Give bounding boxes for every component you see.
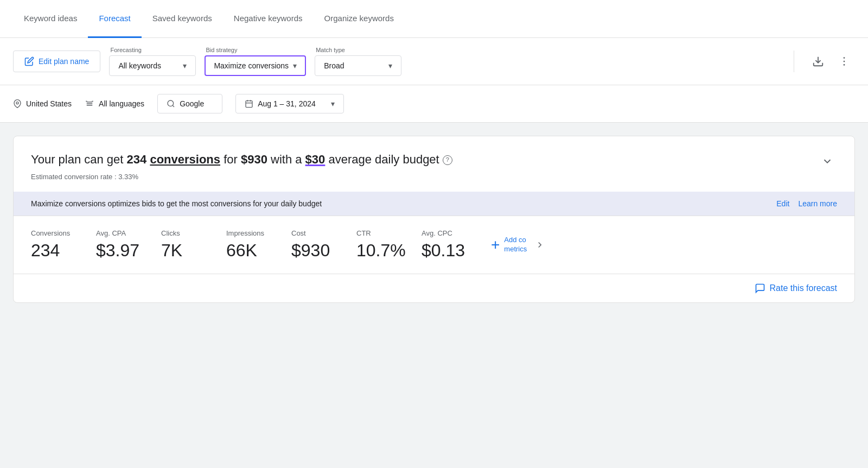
conversions-label: conversions bbox=[150, 153, 220, 166]
metric-avg-cpa: Avg. CPA $3.97 bbox=[96, 229, 161, 261]
add-metrics-label-1: Add co bbox=[504, 236, 527, 245]
toolbar-separator bbox=[794, 50, 794, 72]
date-range-dropdown[interactable]: Aug 1 – 31, 2024 ▾ bbox=[235, 94, 344, 113]
metric-ctr-value: 10.7% bbox=[356, 241, 409, 261]
chevron-down-icon bbox=[821, 155, 833, 167]
download-button[interactable] bbox=[807, 50, 829, 72]
collapse-button[interactable] bbox=[818, 151, 837, 171]
learn-more-button[interactable]: Learn more bbox=[798, 199, 837, 208]
edit-plan-button[interactable]: Edit plan name bbox=[13, 50, 100, 72]
download-icon bbox=[812, 55, 824, 67]
bid-strategy-value: Maximize conversions bbox=[214, 61, 289, 70]
info-banner-text: Maximize conversions optimizes bids to g… bbox=[31, 199, 772, 208]
forecast-summary-text: Your plan can get 234 conversions for $9… bbox=[31, 151, 818, 181]
info-icon[interactable]: ? bbox=[443, 155, 452, 165]
tab-saved-keywords[interactable]: Saved keywords bbox=[142, 0, 223, 38]
date-range-label: Aug 1 – 31, 2024 bbox=[258, 99, 316, 108]
summary-prefix: Your plan can get bbox=[31, 153, 123, 166]
language-filter: All languages bbox=[85, 99, 144, 109]
metric-avg-cpa-label: Avg. CPA bbox=[96, 229, 148, 237]
metric-conversions: Conversions 234 bbox=[31, 229, 96, 261]
card-footer: Rate this forecast bbox=[14, 274, 854, 302]
language-label: All languages bbox=[99, 99, 144, 108]
summary-line: Your plan can get 234 conversions for $9… bbox=[31, 151, 818, 168]
tab-organize-keywords[interactable]: Organize keywords bbox=[314, 0, 405, 38]
budget-suffix: average daily budget bbox=[328, 153, 442, 166]
add-metrics-label-2: metrics bbox=[504, 245, 527, 254]
metric-cost: Cost $930 bbox=[291, 229, 356, 261]
metric-avg-cpc: Avg. CPC $0.13 bbox=[422, 229, 487, 261]
bid-strategy-dropdown-group: Bid strategy Maximize conversions ▾ bbox=[205, 47, 306, 76]
metric-avg-cpc-label: Avg. CPC bbox=[422, 229, 474, 237]
toolbar: Edit plan name Forecasting All keywords … bbox=[0, 38, 868, 85]
search-engine-dropdown[interactable]: Google bbox=[157, 94, 222, 113]
chat-icon bbox=[755, 283, 765, 294]
forecasting-dropdown[interactable]: All keywords ▾ bbox=[109, 55, 196, 76]
toolbar-icons bbox=[807, 50, 855, 72]
top-navigation: Keyword ideas Forecast Saved keywords Ne… bbox=[0, 0, 868, 38]
edit-plan-label: Edit plan name bbox=[39, 57, 89, 66]
metric-avg-cpc-value: $0.13 bbox=[422, 241, 474, 261]
language-icon bbox=[85, 99, 94, 109]
rate-forecast-label: Rate this forecast bbox=[770, 283, 838, 293]
match-type-label: Match type bbox=[315, 47, 401, 53]
svg-point-1 bbox=[844, 57, 845, 59]
forecasting-value: All keywords bbox=[118, 61, 161, 70]
location-label: United States bbox=[26, 99, 72, 108]
filters-row: United States All languages Google Aug 1… bbox=[0, 85, 868, 123]
budget-prefix: with a bbox=[271, 153, 305, 166]
daily-budget: $30 bbox=[305, 153, 326, 166]
metric-ctr: CTR 10.7% bbox=[356, 229, 422, 261]
rate-forecast-button[interactable]: Rate this forecast bbox=[755, 283, 838, 294]
more-vert-icon bbox=[838, 55, 850, 67]
metric-cost-value: $930 bbox=[291, 241, 343, 261]
metric-impressions-value: 66K bbox=[226, 241, 278, 261]
pencil-icon bbox=[24, 56, 34, 66]
chevron-down-icon: ▾ bbox=[331, 99, 335, 108]
svg-rect-10 bbox=[246, 101, 252, 107]
forecast-card: Your plan can get 234 conversions for $9… bbox=[13, 136, 855, 303]
metric-cost-label: Cost bbox=[291, 229, 343, 237]
bid-strategy-dropdown[interactable]: Maximize conversions ▾ bbox=[205, 55, 306, 76]
chevron-down-icon: ▾ bbox=[183, 61, 187, 70]
metric-conversions-label: Conversions bbox=[31, 229, 83, 237]
forecasting-dropdown-group: Forecasting All keywords ▾ bbox=[109, 47, 196, 76]
metric-ctr-label: CTR bbox=[356, 229, 409, 237]
svg-line-9 bbox=[173, 105, 174, 107]
location-icon bbox=[13, 99, 22, 108]
plus-icon: + bbox=[491, 236, 500, 254]
bid-strategy-label: Bid strategy bbox=[205, 47, 306, 53]
match-type-dropdown[interactable]: Broad ▾ bbox=[315, 55, 401, 76]
edit-button[interactable]: Edit bbox=[776, 199, 789, 208]
metric-clicks: Clicks 7K bbox=[161, 229, 226, 261]
match-type-dropdown-group: Match type Broad ▾ bbox=[315, 47, 401, 76]
metrics-row: Conversions 234 Avg. CPA $3.97 Clicks 7K… bbox=[14, 216, 854, 274]
tab-forecast[interactable]: Forecast bbox=[88, 0, 141, 38]
info-banner: Maximize conversions optimizes bids to g… bbox=[14, 192, 854, 216]
conversions-number: 234 bbox=[127, 153, 147, 166]
add-metrics-text: Add co metrics bbox=[504, 236, 527, 254]
metric-impressions: Impressions 66K bbox=[226, 229, 291, 261]
svg-point-3 bbox=[844, 64, 845, 66]
more-options-button[interactable] bbox=[833, 50, 855, 72]
tab-keyword-ideas[interactable]: Keyword ideas bbox=[13, 0, 88, 38]
calendar-icon bbox=[245, 99, 253, 108]
cost-value: $930 bbox=[241, 153, 267, 166]
svg-point-8 bbox=[168, 100, 174, 106]
next-metrics-button[interactable] bbox=[531, 236, 548, 254]
add-metrics-button[interactable]: + Add co metrics bbox=[487, 236, 527, 254]
svg-point-2 bbox=[844, 61, 845, 62]
metric-avg-cpa-value: $3.97 bbox=[96, 241, 148, 261]
info-banner-links: Edit Learn more bbox=[776, 199, 837, 208]
location-filter: United States bbox=[13, 99, 72, 108]
search-engine-label: Google bbox=[180, 99, 204, 108]
tab-negative-keywords[interactable]: Negative keywords bbox=[223, 0, 314, 38]
match-type-value: Broad bbox=[324, 61, 344, 70]
metric-conversions-value: 234 bbox=[31, 241, 83, 261]
chevron-right-icon bbox=[535, 240, 545, 250]
forecast-summary: Your plan can get 234 conversions for $9… bbox=[14, 136, 854, 192]
forecasting-label: Forecasting bbox=[109, 47, 196, 53]
chevron-down-icon: ▾ bbox=[388, 61, 392, 70]
chevron-down-icon: ▾ bbox=[293, 61, 297, 70]
metric-clicks-value: 7K bbox=[161, 241, 213, 261]
